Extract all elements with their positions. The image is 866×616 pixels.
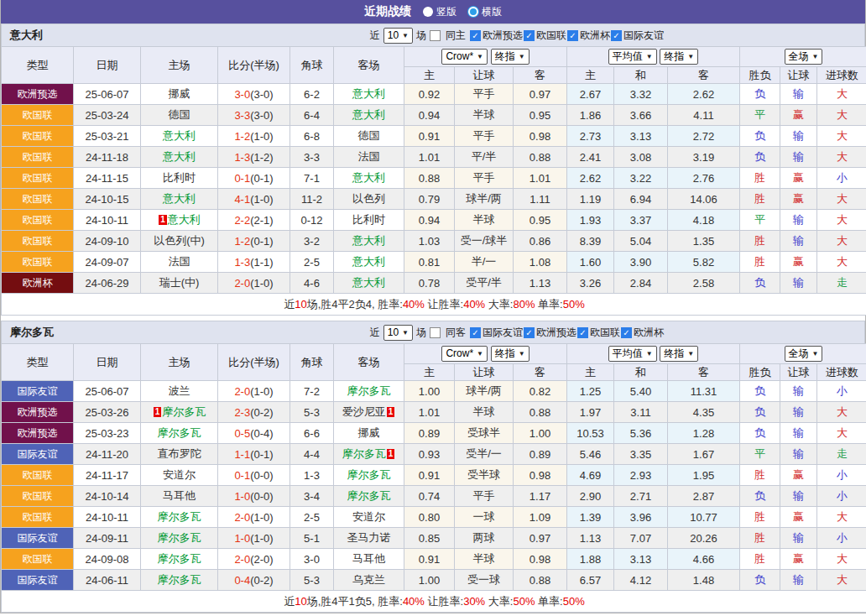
cell-corners: 2-5 (290, 252, 334, 273)
summary-segment: 50% (563, 298, 585, 311)
cell-avg-home: 1.19 (567, 189, 614, 210)
final-odds-select-2[interactable]: 终指▼ (660, 49, 698, 65)
cell-odds-home: 0.89 (404, 423, 455, 444)
cell-avg-away: 4.18 (668, 210, 740, 231)
cell-date: 25-06-07 (74, 381, 141, 402)
cell-date: 24-10-11 (74, 507, 141, 528)
matches-label: 场 (416, 326, 426, 340)
cell-result: 平 (740, 105, 780, 126)
cell-competition: 欧洲预选 (2, 84, 74, 105)
scope-select[interactable]: 全场▼ (785, 346, 823, 362)
recent-count-select[interactable]: 10 ▼ (383, 325, 413, 341)
average-select[interactable]: 平均值▼ (608, 49, 657, 65)
recent-count-select[interactable]: 10 ▼ (383, 28, 413, 44)
competition-checkbox[interactable]: ✓ (524, 327, 535, 338)
competition-label: 国际友谊 (623, 29, 664, 43)
cell-odds-away: 1.08 (514, 252, 567, 273)
vertical-layout-radio[interactable]: 竖版 (423, 5, 456, 19)
summary-segment: 场,胜4平2负4, 胜率: (307, 298, 403, 311)
col-header-away: 客场 (334, 344, 404, 381)
cell-score: 0-4(0-2) (218, 570, 290, 591)
cell-home-team: 摩尔多瓦 (141, 507, 218, 528)
cell-home-team: 意大利 (141, 147, 218, 168)
cell-corners: 5-1 (290, 528, 334, 549)
cell-away-team: 摩尔多瓦 (334, 381, 404, 402)
summary-segment: 大率: (485, 298, 513, 311)
cell-away-team: 意大利 (334, 84, 404, 105)
summary-row: 近10场,胜4平1负5, 胜率:40% 让胜率:30% 大率:50% 单率:50… (2, 591, 866, 613)
cell-avg-away: 4.11 (668, 105, 740, 126)
same-venue-checkbox[interactable] (430, 327, 441, 338)
same-venue-label: 同主 (446, 29, 466, 43)
radio-icon[interactable] (423, 7, 433, 17)
recent-label: 近 (370, 29, 380, 43)
cell-odds-away: 0.86 (514, 231, 567, 252)
cell-home-team: 法国 (141, 252, 218, 273)
cell-avg-home: 10.53 (567, 423, 614, 444)
radio-icon[interactable] (468, 7, 478, 17)
cell-handicap-result: 输 (780, 273, 817, 294)
bookmaker-select[interactable]: Crow*▼ (441, 346, 488, 362)
cell-avg-home: 1.93 (567, 210, 614, 231)
cell-result: 胜 (740, 465, 780, 486)
cell-goals: 大 (817, 402, 866, 423)
cell-away-team: 摩尔多瓦1 (334, 444, 404, 465)
final-odds-select-2[interactable]: 终指▼ (660, 346, 698, 362)
scope-select[interactable]: 全场▼ (785, 49, 823, 65)
final-odds-value-2: 终指 (664, 347, 684, 361)
cell-handicap-result: 输 (780, 126, 817, 147)
team-name: 意大利 (2, 28, 43, 43)
cell-home-team: 德国 (141, 105, 218, 126)
cell-result: 负 (740, 402, 780, 423)
competition-checkbox[interactable]: ✓ (621, 327, 632, 338)
cell-corners: 7-2 (290, 381, 334, 402)
competition-checkbox[interactable]: ✓ (567, 30, 578, 41)
competition-label: 欧洲预选 (536, 326, 576, 340)
competition-checkbox[interactable]: ✓ (470, 327, 481, 338)
cell-competition: 欧洲预选 (2, 423, 74, 444)
cell-avg-away: 1.95 (668, 465, 740, 486)
final-odds-select[interactable]: 终指▼ (491, 49, 530, 65)
bookmaker-select[interactable]: Crow*▼ (441, 49, 488, 65)
cell-home-team: 摩尔多瓦 (141, 570, 218, 591)
match-row: 国际友谊25-06-07波兰2-0(1-0)7-2摩尔多瓦1.00球半/两0.8… (2, 381, 866, 402)
competition-checkbox[interactable]: ✓ (524, 30, 535, 41)
cell-avg-home: 5.46 (567, 444, 614, 465)
final-odds-value: 终指 (495, 50, 515, 64)
cell-avg-draw: 2.84 (614, 273, 668, 294)
competition-checkbox[interactable]: ✓ (470, 30, 481, 41)
chevron-down-icon: ▼ (687, 53, 694, 60)
horizontal-layout-radio[interactable]: 横版 (468, 5, 502, 19)
competition-checkbox[interactable]: ✓ (577, 327, 588, 338)
cell-away-team: 爱沙尼亚1 (334, 402, 404, 423)
average-value: 平均值 (613, 347, 643, 361)
cell-corners: 11-2 (290, 189, 334, 210)
cell-score: 2-3(0-2) (218, 402, 290, 423)
cell-competition: 欧国联 (2, 231, 74, 252)
cell-handicap: 受半球 (455, 465, 514, 486)
cell-result: 负 (740, 126, 780, 147)
cell-handicap-result: 赢 (780, 189, 817, 210)
sub-header-handicap: 让球 (455, 364, 514, 381)
cell-avg-draw: 2.93 (614, 465, 668, 486)
final-odds-select[interactable]: 终指▼ (491, 346, 530, 362)
cell-score: 2-0(1-0) (218, 273, 290, 294)
cell-score: 2-0(1-0) (218, 507, 290, 528)
match-row: 欧国联24-10-14马耳他1-0(0-0)3-4摩尔多瓦0.74平手1.172… (2, 486, 866, 507)
cell-odds-home: 0.85 (404, 528, 455, 549)
cell-avg-draw: 3.08 (614, 147, 668, 168)
cell-odds-away: 1.11 (514, 189, 567, 210)
results-table: 类型 日期 主场 比分(半场) 角球 客场 Crow*▼ 终指▼ 平均值▼ 终指… (1, 343, 866, 613)
cell-handicap: 平/半 (455, 147, 514, 168)
cell-goals: 大 (817, 252, 866, 273)
chevron-down-icon: ▼ (687, 350, 694, 358)
competition-checkbox[interactable]: ✓ (611, 30, 622, 41)
same-venue-checkbox[interactable] (430, 30, 441, 41)
vertical-layout-label: 竖版 (436, 5, 456, 19)
average-select[interactable]: 平均值▼ (608, 346, 657, 362)
cell-corners: 1-3 (290, 465, 334, 486)
cell-handicap-result: 赢 (780, 252, 817, 273)
summary-segment: 40% (463, 298, 485, 311)
cell-result: 胜 (740, 549, 780, 570)
summary-segment: 场,胜4平1负5, 胜率: (307, 595, 403, 608)
